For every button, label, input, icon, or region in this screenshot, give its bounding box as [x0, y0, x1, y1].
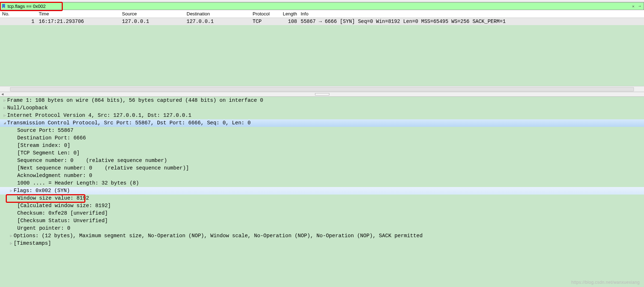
- column-header-source[interactable]: Source: [122, 11, 187, 16]
- tree-stream-index[interactable]: [Stream index: 0]: [0, 142, 644, 149]
- clear-filter-icon[interactable]: ✕: [631, 4, 636, 9]
- tree-window-size[interactable]: Window size value: 8192: [0, 195, 644, 202]
- watermark-text: https://blog.csdn.net/wanxuexiang: [571, 280, 640, 285]
- tree-ip-label: Internet Protocol Version 4, Src: 127.0.…: [7, 112, 191, 119]
- cell-protocol: TCP: [253, 19, 278, 24]
- cell-destination: 127.0.0.1: [187, 19, 253, 24]
- tree-destination-port[interactable]: Destination Port: 6666: [0, 134, 644, 142]
- column-header-destination[interactable]: Destination: [187, 11, 253, 16]
- packet-details-pane[interactable]: ▷ Frame 1: 108 bytes on wire (864 bits),…: [0, 97, 644, 287]
- horizontal-scrollbar[interactable]: [0, 86, 644, 92]
- cell-source: 127.0.0.1: [122, 19, 187, 24]
- splitter-handle[interactable]: [315, 93, 329, 95]
- tree-calc-window-size[interactable]: [Calculated window size: 8192]: [0, 202, 644, 210]
- scrollbar-thumb[interactable]: [10, 87, 634, 91]
- pane-splitter[interactable]: ◄: [0, 92, 644, 97]
- expand-arrow-icon[interactable]: ▷: [9, 232, 14, 240]
- display-filter-input[interactable]: [7, 4, 631, 9]
- cell-info: 55867 → 6666 [SYN] Seq=0 Win=8192 Len=0 …: [299, 19, 644, 24]
- tree-null-loopback-label: Null/Loopback: [7, 104, 48, 112]
- column-header-length[interactable]: Length: [278, 11, 299, 16]
- tree-tcp-flags[interactable]: ▷ Flags: 0x002 (SYN): [0, 187, 644, 195]
- filter-bar-controls: ✕ ➞: [631, 4, 644, 9]
- packet-list-pane[interactable]: 1 16:17:21.293706 127.0.0.1 127.0.0.1 TC…: [0, 18, 644, 86]
- tree-checksum[interactable]: Checksum: 0xfe28 [unverified]: [0, 210, 644, 217]
- tree-segment-len[interactable]: [TCP Segment Len: 0]: [0, 149, 644, 157]
- expand-arrow-icon[interactable]: ▷: [9, 187, 14, 195]
- tree-frame[interactable]: ▷ Frame 1: 108 bytes on wire (864 bits),…: [0, 97, 644, 104]
- cell-no: 1: [0, 19, 39, 24]
- packet-list-header[interactable]: No. Time Source Destination Protocol Len…: [0, 10, 644, 18]
- tree-urgent-pointer[interactable]: Urgent pointer: 0: [0, 225, 644, 232]
- expand-arrow-icon[interactable]: ▷: [9, 240, 14, 247]
- column-header-info[interactable]: Info: [299, 11, 644, 16]
- bookmark-icon[interactable]: [1, 4, 6, 9]
- tree-frame-label: Frame 1: 108 bytes on wire (864 bits), 5…: [7, 97, 263, 104]
- tree-sequence-number[interactable]: Sequence number: 0 (relative sequence nu…: [0, 157, 644, 164]
- tree-tcp[interactable]: ◢ Transmission Control Protocol, Src Por…: [0, 119, 644, 127]
- expand-arrow-icon[interactable]: ▷: [2, 112, 7, 119]
- tree-tcp-options[interactable]: ▷ Options: (12 bytes), Maximum segment s…: [0, 232, 644, 240]
- tree-checksum-status[interactable]: [Checksum Status: Unverified]: [0, 217, 644, 225]
- tree-ack-number[interactable]: Acknowledgment number: 0: [0, 172, 644, 180]
- tree-next-sequence[interactable]: [Next sequence number: 0 (relative seque…: [0, 164, 644, 172]
- tree-null-loopback[interactable]: ▷ Null/Loopback: [0, 104, 644, 112]
- column-header-time[interactable]: Time: [39, 11, 122, 16]
- expand-arrow-icon[interactable]: ▷: [2, 104, 7, 112]
- cell-time: 16:17:21.293706: [39, 19, 122, 24]
- column-header-protocol[interactable]: Protocol: [253, 11, 278, 16]
- display-filter-bar[interactable]: ✕ ➞: [0, 2, 644, 10]
- collapse-arrow-icon[interactable]: ◢: [2, 119, 7, 127]
- column-header-no[interactable]: No.: [0, 11, 39, 16]
- tree-ip[interactable]: ▷ Internet Protocol Version 4, Src: 127.…: [0, 112, 644, 119]
- packet-row[interactable]: 1 16:17:21.293706 127.0.0.1 127.0.0.1 TC…: [0, 18, 644, 25]
- expand-arrow-icon[interactable]: ▷: [2, 97, 7, 104]
- splitter-arrow-icon: ◄: [1, 92, 4, 96]
- tree-tcp-timestamps[interactable]: ▷ [Timestamps]: [0, 240, 644, 247]
- cell-length: 108: [278, 19, 299, 24]
- tree-header-length[interactable]: 1000 .... = Header Length: 32 bytes (8): [0, 180, 644, 187]
- tree-tcp-flags-label: Flags: 0x002 (SYN): [14, 187, 70, 195]
- tree-source-port[interactable]: Source Port: 55867: [0, 127, 644, 134]
- apply-filter-icon[interactable]: ➞: [637, 4, 642, 9]
- tree-tcp-label: Transmission Control Protocol, Src Port:…: [7, 119, 251, 127]
